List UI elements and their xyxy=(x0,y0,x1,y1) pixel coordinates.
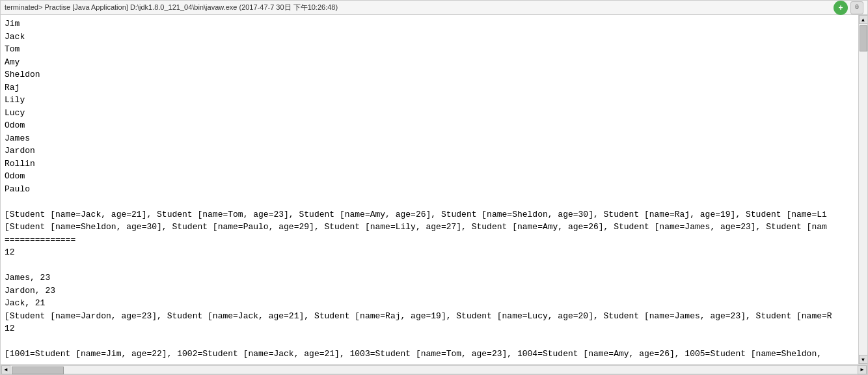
scroll-right-arrow[interactable]: ▶ xyxy=(858,365,867,374)
scroll-thumb[interactable] xyxy=(860,25,867,51)
console-output[interactable]: Jim Jack Tom Amy Sheldon Raj Lily Lucy O… xyxy=(1,15,858,364)
debug-icon[interactable]: 0 xyxy=(850,1,863,14)
horizontal-scroll-thumb[interactable] xyxy=(12,367,64,374)
scroll-down-arrow[interactable]: ▼ xyxy=(859,355,868,364)
title-bar: terminated> Practise [Java Application] … xyxy=(1,1,867,15)
bottom-bar: ◀ ▶ xyxy=(1,364,867,374)
horizontal-scrollbar: ◀ ▶ xyxy=(1,365,867,374)
scroll-up-arrow[interactable]: ▲ xyxy=(859,15,868,24)
content-area: Jim Jack Tom Amy Sheldon Raj Lily Lucy O… xyxy=(1,15,867,364)
title-bar-text: terminated> Practise [Java Application] … xyxy=(5,3,338,12)
scroll-track xyxy=(859,24,867,355)
main-window: terminated> Practise [Java Application] … xyxy=(0,0,868,375)
run-button[interactable]: + xyxy=(834,1,848,15)
scroll-left-arrow[interactable]: ◀ xyxy=(1,365,10,374)
vertical-scrollbar: ▲ ▼ xyxy=(858,15,867,364)
title-bar-controls: + 0 xyxy=(834,1,863,15)
horizontal-scroll-track xyxy=(10,366,858,374)
